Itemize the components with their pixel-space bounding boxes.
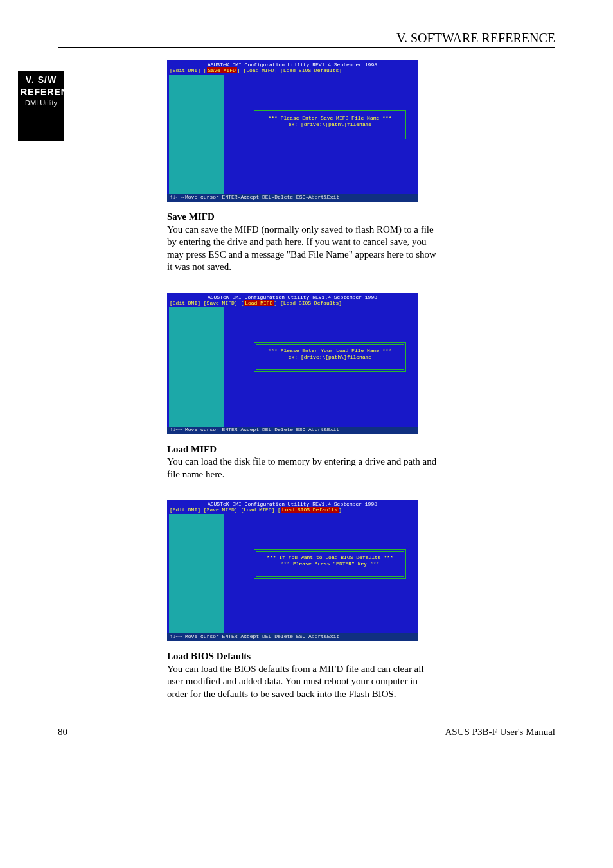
bios-left-panel (169, 75, 224, 194)
header-divider (58, 47, 555, 48)
menu-post: ] [Load MIFD] [Load BIOS Defaults] (237, 67, 342, 73)
caption-text: You can load the disk file to memory by … (167, 456, 436, 479)
bios-screenshot-load-mifd: ASUSTeK DMI Configuration Utility REV1.4… (167, 293, 418, 434)
page-number: 80 (58, 727, 67, 738)
caption-text: You can save the MIFD (normally only sav… (167, 224, 436, 272)
caption-save-mifd: Save MIFD You can save the MIFD (normall… (167, 211, 437, 274)
side-tab-line2: REFERENCE (21, 87, 62, 98)
bios-prompt-box: *** Please Enter Save MIFD File Name ***… (254, 110, 406, 139)
bios-left-panel (169, 514, 224, 633)
bios-screenshot-load-defaults: ASUSTeK DMI Configuration Utility REV1.4… (167, 500, 418, 641)
side-tab-line1: V. S/W (21, 75, 62, 85)
prompt-line2: ex: [drive:\[path\]filename (256, 121, 404, 128)
prompt-line1: *** Please Enter Your Load File Name *** (256, 348, 404, 354)
bios-footer: ↑↓←→-Move cursor ENTER-Accept DEL-Delete… (167, 427, 418, 434)
bios-title: ASUSTeK DMI Configuration Utility REV1.4… (167, 500, 418, 507)
caption-title: Load MIFD (167, 444, 217, 454)
bios-footer: ↑↓←→-Move cursor ENTER-Accept DEL-Delete… (167, 194, 418, 202)
bios-screenshot-save-mifd: ASUSTeK DMI Configuration Utility REV1.4… (167, 60, 418, 202)
menu-pre: [Edit DMI] [Save MIFD] [Load MIFD] [ (170, 507, 281, 513)
menu-selected: Load MIFD (244, 300, 274, 306)
section-title: V. SOFTWARE REFERENCE (58, 31, 555, 46)
prompt-line2: *** Please Press "ENTER" Key *** (256, 561, 404, 567)
caption-load-defaults: Load BIOS Defaults You can load the BIOS… (167, 650, 437, 700)
bios-prompt-box: *** If You Want to Load BIOS Defaults **… (254, 549, 406, 579)
footer-product: ASUS P3B-F User's Manual (445, 727, 555, 738)
bios-prompt-box: *** Please Enter Your Load File Name ***… (254, 342, 406, 372)
menu-post: ] (339, 507, 342, 513)
menu-pre: [Edit DMI] [Save MIFD] [ (170, 300, 244, 306)
prompt-line1: *** If You Want to Load BIOS Defaults **… (256, 554, 404, 561)
bios-title: ASUSTeK DMI Configuration Utility REV1.4… (167, 293, 418, 300)
bios-right-panel: *** If You Want to Load BIOS Defaults **… (225, 514, 416, 633)
bios-menu: [Edit DMI] [Save MIFD] [Load MIFD] [Load… (167, 300, 418, 306)
menu-selected: Load BIOS Defaults (281, 507, 339, 513)
caption-title: Save MIFD (167, 211, 215, 222)
side-tab: V. S/W REFERENCE DMI Utility (18, 71, 64, 141)
bios-left-panel (169, 307, 224, 427)
menu-post: ] [Load BIOS Defaults] (274, 300, 342, 306)
bios-footer: ↑↓←→-Move cursor ENTER-Accept DEL-Delete… (167, 633, 418, 641)
caption-title: Load BIOS Defaults (167, 651, 251, 661)
prompt-line1: *** Please Enter Save MIFD File Name *** (256, 115, 404, 121)
prompt-line2: ex: [drive:\[path\]filename (256, 354, 404, 360)
bios-menu: [Edit DMI] [Save MIFD] [Load MIFD] [Load… (167, 507, 418, 513)
caption-text: You can load the BIOS defaults from a MI… (167, 664, 424, 699)
menu-pre: [Edit DMI] [ (170, 67, 207, 73)
bios-right-panel: *** Please Enter Your Load File Name ***… (225, 307, 416, 427)
menu-selected: Save MIFD (207, 67, 237, 73)
bios-title: ASUSTeK DMI Configuration Utility REV1.4… (167, 60, 418, 67)
side-tab-line3: DMI Utility (21, 99, 62, 107)
caption-load-mifd: Load MIFD You can load the disk file to … (167, 443, 437, 481)
bios-right-panel: *** Please Enter Save MIFD File Name ***… (225, 75, 416, 194)
bios-menu: [Edit DMI] [Save MIFD] [Load MIFD] [Load… (167, 67, 418, 73)
